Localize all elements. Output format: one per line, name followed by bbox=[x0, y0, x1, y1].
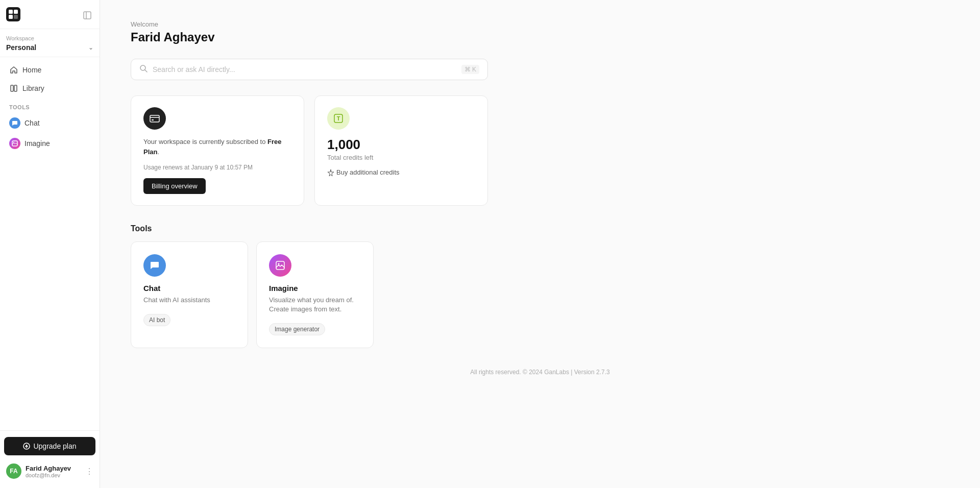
svg-rect-5 bbox=[84, 12, 91, 19]
sidebar-item-home[interactable]: Home bbox=[4, 61, 95, 79]
sparkle-icon bbox=[327, 169, 334, 176]
svg-rect-3 bbox=[9, 15, 13, 19]
main-content: Welcome Farid Aghayev Search or ask AI d… bbox=[100, 0, 980, 488]
user-info: Farid Aghayev doofz@fn.dev bbox=[26, 465, 85, 478]
svg-text:T: T bbox=[337, 115, 340, 121]
credits-card: T 1,000 Total credits left Buy additiona… bbox=[314, 95, 488, 206]
sidebar: Workspace Personal ⌄ Home Library bbox=[0, 0, 100, 488]
search-bar[interactable]: Search or ask AI directly... ⌘ K bbox=[131, 59, 488, 80]
search-icon bbox=[139, 64, 148, 75]
svg-rect-7 bbox=[11, 85, 13, 91]
footer: All rights reserved. © 2024 GanLabs | Ve… bbox=[131, 369, 949, 376]
tool-card-chat-tag: AI bot bbox=[143, 314, 170, 326]
svg-line-14 bbox=[145, 70, 147, 72]
svg-point-21 bbox=[278, 263, 280, 265]
sidebar-item-home-label: Home bbox=[22, 66, 41, 74]
billing-plan-text: Your workspace is currently subscribed t… bbox=[143, 137, 291, 157]
search-placeholder-text: Search or ask AI directly... bbox=[153, 65, 456, 74]
billing-renew-text: Usage renews at January 9 at 10:57 PM bbox=[143, 164, 291, 171]
credits-icon: T bbox=[327, 107, 350, 130]
workspace-section: Workspace Personal ⌄ bbox=[0, 29, 100, 57]
svg-rect-20 bbox=[276, 261, 284, 270]
collapse-sidebar-button[interactable] bbox=[81, 9, 93, 21]
billing-overview-button[interactable]: Billing overview bbox=[143, 178, 206, 194]
upgrade-plan-label: Upgrade plan bbox=[33, 442, 76, 450]
tool-card-chat[interactable]: Chat Chat with AI assistants AI bot bbox=[131, 241, 248, 348]
sidebar-bottom: Upgrade plan FA Farid Aghayev doofz@fn.d… bbox=[0, 430, 100, 488]
sidebar-item-chat-label: Chat bbox=[24, 119, 40, 127]
nav-section: Home Library Tools Chat bbox=[0, 57, 100, 430]
avatar: FA bbox=[6, 463, 21, 479]
sidebar-tools-label: Tools bbox=[4, 98, 95, 113]
welcome-label: Welcome bbox=[131, 20, 949, 28]
sidebar-item-library-label: Library bbox=[22, 84, 44, 92]
buy-credits-button[interactable]: Buy additional credits bbox=[327, 168, 400, 176]
tool-card-imagine-tag: Image generator bbox=[269, 323, 325, 335]
credits-label: Total credits left bbox=[327, 154, 475, 161]
upgrade-plan-button[interactable]: Upgrade plan bbox=[4, 437, 95, 455]
user-menu-icon: ⋮ bbox=[85, 467, 93, 476]
workspace-selector[interactable]: Personal ⌄ bbox=[6, 42, 93, 53]
tool-card-imagine-desc: Visualize what you dream of. Create imag… bbox=[269, 296, 361, 314]
user-profile[interactable]: FA Farid Aghayev doofz@fn.dev ⋮ bbox=[4, 460, 95, 482]
sidebar-item-library[interactable]: Library bbox=[4, 80, 95, 97]
chevron-down-icon: ⌄ bbox=[88, 44, 93, 51]
workspace-label: Workspace bbox=[6, 35, 93, 41]
tools-grid: Chat Chat with AI assistants AI bot Imag… bbox=[131, 241, 949, 348]
tool-card-imagine-icon bbox=[269, 254, 291, 277]
user-name: Farid Aghayev bbox=[26, 465, 85, 472]
upgrade-icon bbox=[23, 443, 30, 450]
app-logo bbox=[6, 7, 20, 23]
buy-credits-label: Buy additional credits bbox=[336, 168, 400, 176]
chat-tool-icon bbox=[9, 117, 20, 129]
svg-rect-17 bbox=[152, 119, 154, 120]
user-email: doofz@fn.dev bbox=[26, 472, 85, 478]
workspace-name: Personal bbox=[6, 43, 36, 52]
imagine-tool-icon bbox=[9, 138, 20, 149]
svg-rect-2 bbox=[14, 10, 18, 14]
svg-rect-1 bbox=[9, 10, 13, 14]
tools-section-label: Tools bbox=[131, 224, 949, 233]
home-icon bbox=[9, 65, 18, 75]
sidebar-item-chat[interactable]: Chat bbox=[4, 113, 95, 133]
svg-rect-8 bbox=[14, 85, 17, 91]
tool-card-chat-icon bbox=[143, 254, 166, 277]
billing-icon bbox=[143, 107, 166, 130]
tool-card-chat-name: Chat bbox=[143, 284, 235, 292]
tool-card-imagine-name: Imagine bbox=[269, 284, 361, 292]
sidebar-header bbox=[0, 0, 100, 29]
credits-number: 1,000 bbox=[327, 137, 475, 153]
svg-rect-0 bbox=[6, 7, 20, 21]
svg-rect-4 bbox=[14, 15, 18, 19]
tool-card-imagine[interactable]: Imagine Visualize what you dream of. Cre… bbox=[256, 241, 374, 348]
search-shortcut: ⌘ K bbox=[461, 65, 479, 74]
info-cards: Your workspace is currently subscribed t… bbox=[131, 95, 488, 206]
library-icon bbox=[9, 84, 18, 93]
tool-card-chat-desc: Chat with AI assistants bbox=[143, 296, 235, 305]
welcome-name: Farid Aghayev bbox=[131, 30, 949, 44]
sidebar-item-imagine-label: Imagine bbox=[24, 139, 50, 148]
billing-card: Your workspace is currently subscribed t… bbox=[131, 95, 304, 206]
svg-rect-15 bbox=[150, 115, 159, 122]
sidebar-item-imagine[interactable]: Imagine bbox=[4, 134, 95, 153]
